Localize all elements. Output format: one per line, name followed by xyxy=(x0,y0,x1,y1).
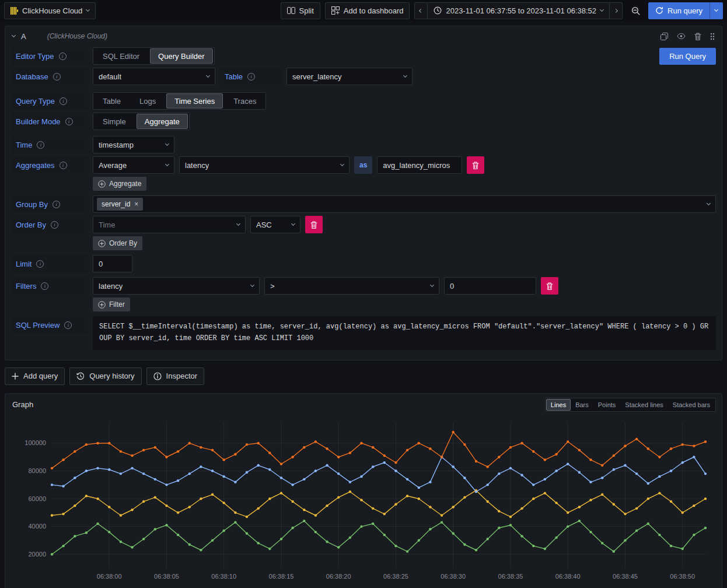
graph-style-stacked-bars[interactable]: Stacked bars xyxy=(668,399,715,411)
add-order-by-button[interactable]: Order By xyxy=(93,236,142,250)
datasource-picker[interactable]: ClickHouse Cloud xyxy=(4,2,96,19)
collapse-query-icon[interactable] xyxy=(12,33,16,37)
filter-field-select[interactable]: latency xyxy=(93,277,260,295)
time-range-button[interactable]: 2023-11-01 06:37:55 to 2023-11-01 06:38:… xyxy=(428,2,610,19)
chevron-down-icon xyxy=(707,201,711,205)
group-by-select[interactable]: server_id xyxy=(93,195,716,213)
info-icon[interactable] xyxy=(60,97,67,105)
info-icon[interactable] xyxy=(37,141,44,149)
group-by-tag[interactable]: server_id xyxy=(97,198,143,211)
add-aggregate-button[interactable]: Aggregate xyxy=(93,177,146,191)
chevron-left-icon xyxy=(419,8,423,12)
database-select[interactable]: default xyxy=(93,68,215,85)
aggregate-column-value: latency xyxy=(185,161,209,170)
time-back-button[interactable] xyxy=(414,2,428,19)
filter-field-value: latency xyxy=(99,282,123,290)
add-filter-button[interactable]: Filter xyxy=(93,298,130,312)
builder-mode-option-simple[interactable]: Simple xyxy=(95,114,134,129)
remove-aggregate-button[interactable] xyxy=(467,156,484,174)
aggregate-alias-input[interactable] xyxy=(377,156,462,174)
order-by-field-select[interactable]: Time xyxy=(93,216,246,233)
svg-text:06:38:15: 06:38:15 xyxy=(269,573,294,580)
split-button[interactable]: Split xyxy=(281,2,320,19)
chevron-down-icon xyxy=(403,74,407,78)
info-icon[interactable] xyxy=(60,162,67,169)
table-value: server_latency xyxy=(292,72,342,81)
field-label-text: Limit xyxy=(16,260,32,268)
editor-type-option-sql-editor[interactable]: SQL Editor xyxy=(95,48,148,64)
builder-mode-option-aggregate[interactable]: Aggregate xyxy=(137,114,188,129)
table-select[interactable]: server_latency xyxy=(286,68,413,85)
inspector-button[interactable]: Inspector xyxy=(146,368,204,385)
time-column-select[interactable]: timestamp xyxy=(93,136,174,153)
field-label-sql-preview: SQL Preview xyxy=(11,316,88,334)
trash-icon xyxy=(546,282,553,290)
remove-filter-button[interactable] xyxy=(541,277,558,295)
limit-input[interactable] xyxy=(93,255,132,272)
run-query-button[interactable]: Run query xyxy=(648,2,709,19)
info-icon[interactable] xyxy=(59,52,67,60)
field-label-query-type: Query Type xyxy=(11,92,88,110)
order-by-direction-select[interactable]: ASC xyxy=(250,216,300,233)
remove-query-button[interactable] xyxy=(694,33,701,40)
split-label: Split xyxy=(299,6,314,15)
field-label-text: Filters xyxy=(16,282,36,290)
filter-value-input[interactable] xyxy=(444,277,536,295)
svg-text:06:38:40: 06:38:40 xyxy=(555,573,581,580)
add-query-label: Add query xyxy=(23,372,58,380)
svg-text:40000: 40000 xyxy=(28,523,46,530)
chart-area[interactable]: 2000040000600008000010000006:38:0006:38:… xyxy=(5,413,722,588)
graph-style-stacked-lines[interactable]: Stacked lines xyxy=(620,399,667,411)
query-ref-id[interactable]: A xyxy=(21,32,26,41)
zoom-out-button[interactable] xyxy=(627,2,644,19)
info-icon[interactable] xyxy=(36,260,44,268)
add-query-button[interactable]: Add query xyxy=(5,368,65,385)
svg-text:06:38:10: 06:38:10 xyxy=(211,573,236,580)
drag-handle[interactable] xyxy=(710,33,715,40)
plus-icon xyxy=(12,373,19,380)
svg-text:06:38:50: 06:38:50 xyxy=(670,573,695,580)
graph-panel: Graph Lines Bars Points Stacked lines St… xyxy=(5,393,722,588)
remove-order-by-button[interactable] xyxy=(305,216,323,233)
add-to-dashboard-button[interactable]: Add to dashboard xyxy=(325,2,410,19)
query-type-option-logs[interactable]: Logs xyxy=(131,93,164,108)
info-icon[interactable] xyxy=(51,221,58,229)
field-label-builder-mode: Builder Mode xyxy=(11,113,88,130)
chevron-down-icon xyxy=(165,162,169,166)
svg-text:20000: 20000 xyxy=(28,550,46,557)
svg-text:80000: 80000 xyxy=(28,467,46,474)
info-icon[interactable] xyxy=(65,118,73,125)
history-icon xyxy=(76,372,85,380)
info-icon[interactable] xyxy=(64,321,72,329)
chevron-down-icon xyxy=(714,8,718,12)
field-label-text: Time xyxy=(16,141,32,149)
aggregate-function-select[interactable]: Average xyxy=(93,156,174,174)
duplicate-query-button[interactable] xyxy=(660,33,668,40)
graph-style-bars[interactable]: Bars xyxy=(571,399,593,411)
query-type-option-table[interactable]: Table xyxy=(95,93,129,108)
query-type-option-traces[interactable]: Traces xyxy=(225,93,264,108)
clickhouse-logo-icon xyxy=(11,7,18,15)
graph-style-points[interactable]: Points xyxy=(593,399,621,411)
plus-circle-icon xyxy=(98,301,106,309)
field-label-editor-type: Editor Type xyxy=(11,47,88,65)
query-history-button[interactable]: Query history xyxy=(69,368,141,385)
field-label-table: Table xyxy=(220,68,282,85)
info-icon[interactable] xyxy=(41,282,48,290)
query-type-option-time-series[interactable]: Time Series xyxy=(166,93,223,108)
info-icon[interactable] xyxy=(247,73,255,80)
toggle-visibility-button[interactable] xyxy=(677,33,686,39)
editor-type-option-query-builder[interactable]: Query Builder xyxy=(150,48,212,64)
remove-tag-icon[interactable] xyxy=(134,200,138,208)
graph-style-lines[interactable]: Lines xyxy=(546,399,571,411)
filter-operator-select[interactable]: > xyxy=(264,277,439,295)
run-query-dropdown-button[interactable] xyxy=(709,2,723,19)
aggregate-column-select[interactable]: latency xyxy=(179,156,349,174)
editor-type-toggle: SQL Editor Query Builder xyxy=(93,47,215,65)
info-icon[interactable] xyxy=(53,201,60,208)
aggregate-function-value: Average xyxy=(99,161,127,170)
sql-preview-text: SELECT $__timeInterval(timestamp) as tim… xyxy=(93,316,716,350)
run-query-editor-button[interactable]: Run Query xyxy=(659,48,716,65)
time-forward-button[interactable] xyxy=(610,2,623,19)
info-icon[interactable] xyxy=(53,73,61,80)
